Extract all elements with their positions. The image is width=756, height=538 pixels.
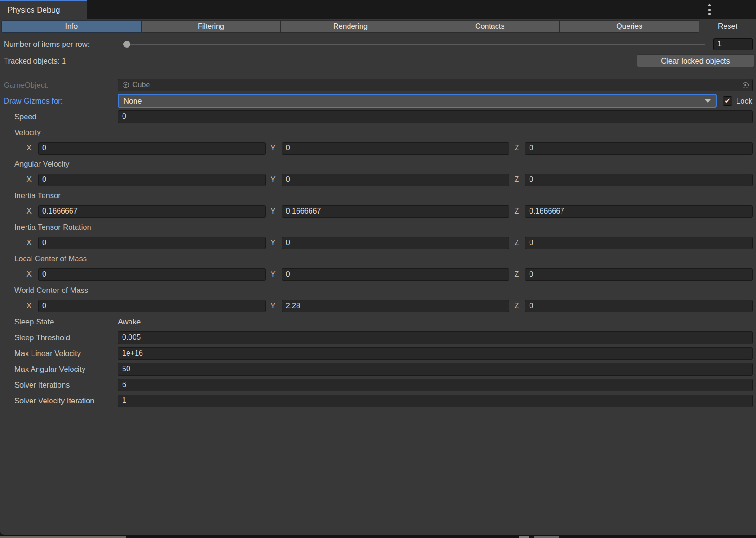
vector-field-y[interactable]: 0 <box>282 174 510 186</box>
property-value-field[interactable]: 0.005 <box>118 331 753 344</box>
axis-label-x: X <box>15 175 32 184</box>
axis-label-y: Y <box>269 239 276 247</box>
items-per-row-value-field[interactable]: 1 <box>713 38 753 50</box>
vector-value-x: 0 <box>42 302 46 310</box>
axis-label-z: Z <box>512 175 519 184</box>
vector-group-header: Inertia Tensor Rotation <box>4 220 756 233</box>
game-object-row: GameObject: Cube <box>4 78 756 91</box>
axis-label-z: Z <box>512 239 519 247</box>
vector-row-local-center-of-mass: X0Y0Z0 <box>4 268 756 281</box>
toolbar-tabstrip: InfoFilteringRenderingContactsQueries <box>1 20 699 33</box>
vector-field-y[interactable]: 2.28 <box>282 300 510 312</box>
toolbar-tab-rendering[interactable]: Rendering <box>281 20 420 33</box>
vector-field-x[interactable]: 0 <box>38 300 266 312</box>
axis-label-x: X <box>15 144 32 152</box>
tracked-objects-label: Tracked objects: 1 <box>4 57 66 65</box>
draw-gizmos-dropdown[interactable]: None <box>118 94 717 108</box>
property-value: 0 <box>122 112 126 121</box>
property-value-field[interactable]: 1 <box>118 395 753 407</box>
check-icon: ✔ <box>724 97 730 105</box>
property-value-field[interactable]: 50 <box>118 363 753 376</box>
vector-value-z: 0 <box>529 270 533 279</box>
window-tab-physics-debug[interactable]: Physics Debug <box>0 0 87 19</box>
axis-label-z: Z <box>512 207 519 215</box>
vector-value-y: 0 <box>286 270 290 279</box>
vector-row-angular-velocity: X0Y0Z0 <box>4 173 756 186</box>
vector-row-inertia-tensor-rotation: X0Y0Z0 <box>4 236 756 249</box>
property-row-max-linear-velocity: Max Linear Velocity 1e+16 <box>4 347 756 360</box>
kebab-menu-icon[interactable] <box>705 4 713 15</box>
vector-field-x[interactable]: 0 <box>38 142 266 155</box>
vector-group-label: Local Center of Mass <box>4 254 87 263</box>
toolbar-tab-filtering[interactable]: Filtering <box>142 20 281 33</box>
vector-group-header: Inertia Tensor <box>4 189 756 202</box>
vector-value-x: 0 <box>42 175 46 184</box>
property-label: Speed <box>4 112 118 121</box>
property-value: 0.005 <box>122 333 141 342</box>
lock-checkbox[interactable]: ✔ <box>723 96 732 106</box>
vector-value-z: 0 <box>529 175 533 184</box>
vector-field-x[interactable]: 0 <box>38 237 266 249</box>
vector-row-world-center-of-mass: X0Y2.28Z0 <box>4 299 756 312</box>
draw-gizmos-row: Draw Gizmos for: None ✔ Lock <box>4 94 756 107</box>
vector-field-x[interactable]: 0 <box>38 268 266 281</box>
vector-value-z: 0 <box>529 302 533 310</box>
axis-label-y: Y <box>269 144 276 152</box>
vector-field-z[interactable]: 0.1666667 <box>525 205 753 218</box>
items-per-row-slider[interactable] <box>123 38 709 50</box>
vector-value-y: 2.28 <box>286 302 300 310</box>
vector-field-x[interactable]: 0 <box>38 174 266 186</box>
vector-group-label: Velocity <box>4 128 41 137</box>
vector-field-y[interactable]: 0.1666667 <box>282 205 510 218</box>
vector-value-z: 0 <box>529 144 533 152</box>
slider-handle[interactable] <box>123 41 130 48</box>
property-row-solver-iterations: Solver Iterations 6 <box>4 378 756 391</box>
property-value-field[interactable]: 6 <box>118 379 753 391</box>
clear-locked-objects-button[interactable]: Clear locked objects <box>637 54 754 67</box>
vector-field-y[interactable]: 0 <box>282 142 510 155</box>
toolbar-tab-queries[interactable]: Queries <box>560 20 699 33</box>
vector-value-y: 0.1666667 <box>286 207 321 215</box>
vector-value-y: 0 <box>286 239 290 247</box>
object-picker-icon[interactable] <box>740 81 750 90</box>
property-label: Max Angular Velocity <box>4 365 118 374</box>
lock-control: ✔ Lock <box>723 96 752 106</box>
vector-value-z: 0 <box>529 239 533 247</box>
axis-label-x: X <box>15 302 32 310</box>
vector-field-z[interactable]: 0 <box>525 142 753 155</box>
vector-field-z[interactable]: 0 <box>525 268 753 281</box>
game-object-field[interactable]: Cube <box>118 79 753 91</box>
property-value: 50 <box>122 365 130 373</box>
toolbar-tab-info[interactable]: Info <box>1 20 142 33</box>
vector-field-z[interactable]: 0 <box>525 237 753 249</box>
property-label: Sleep Threshold <box>4 333 118 342</box>
lock-label: Lock <box>736 97 752 105</box>
bottom-fragment <box>534 536 559 538</box>
reset-button[interactable]: Reset <box>699 20 756 33</box>
axis-label-z: Z <box>512 302 519 310</box>
vector-field-y[interactable]: 0 <box>282 268 510 281</box>
property-row-speed: Speed 0 <box>4 110 756 123</box>
property-value-field[interactable]: 0 <box>118 110 753 123</box>
chevron-down-icon <box>705 99 711 103</box>
vector-field-x[interactable]: 0.1666667 <box>38 205 266 218</box>
vector-field-z[interactable]: 0 <box>525 300 753 312</box>
property-value: 1e+16 <box>122 349 143 357</box>
property-label: Solver Iterations <box>4 381 118 389</box>
vector-row-velocity: X0Y0Z0 <box>4 142 756 155</box>
toolbar-tab-contacts[interactable]: Contacts <box>420 20 560 33</box>
property-label: Sleep State <box>4 318 118 326</box>
vector-field-y[interactable]: 0 <box>282 237 510 249</box>
vector-group-label: World Center of Mass <box>4 286 88 295</box>
game-object-name: Cube <box>132 81 150 89</box>
slider-track[interactable] <box>127 44 705 45</box>
property-row-sleep-state: Sleep State Awake <box>4 315 756 328</box>
bottom-scrollbar-segment[interactable] <box>0 536 126 538</box>
items-per-row-label: Number of items per row: <box>4 40 121 49</box>
properties-list: Speed 0 Velocity X0Y0Z0 Angular Velocity… <box>0 110 756 407</box>
property-label: Solver Velocity Iteration <box>4 396 118 405</box>
property-value-field[interactable]: 1e+16 <box>118 347 753 360</box>
vector-field-z[interactable]: 0 <box>525 174 753 186</box>
vector-group-header: Angular Velocity <box>4 157 756 170</box>
vector-group-label: Inertia Tensor Rotation <box>4 223 91 232</box>
